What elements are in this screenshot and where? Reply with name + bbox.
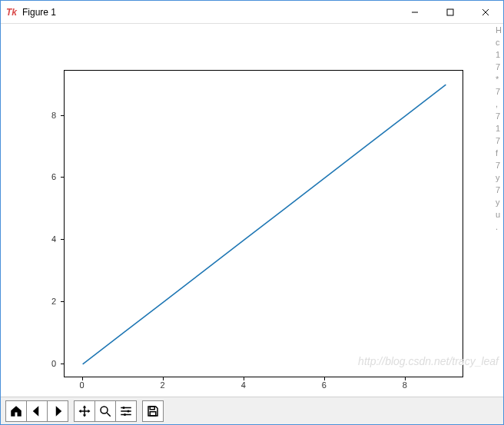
svg-point-4 <box>101 407 108 413</box>
close-button[interactable] <box>468 1 503 24</box>
nav-toolbar <box>1 397 503 424</box>
tk-icon: Tk <box>5 6 18 18</box>
cropped-right-text: Hc17*7,717f7y7yu. <box>496 24 503 233</box>
back-button[interactable] <box>26 400 48 422</box>
minimize-button[interactable] <box>397 1 433 24</box>
xtick-label: 2 <box>161 380 165 390</box>
xtick-label: 6 <box>322 380 327 390</box>
ytick-label: 0 <box>51 359 56 368</box>
ytick-label: 4 <box>51 234 56 244</box>
ytick-label: 2 <box>51 297 56 306</box>
titlebar: Tk Figure 1 <box>1 1 503 24</box>
home-button[interactable] <box>5 400 27 422</box>
figure-window: Tk Figure 1 0246802468 http://blog.csdn.… <box>0 0 504 425</box>
xtick-label: 8 <box>403 380 407 390</box>
svg-point-7 <box>123 407 125 409</box>
xtick-label: 4 <box>241 380 246 390</box>
axes <box>64 70 463 377</box>
svg-point-11 <box>124 413 126 416</box>
zoom-button[interactable] <box>94 400 116 422</box>
xtick-label: 0 <box>80 380 85 390</box>
svg-point-9 <box>128 410 130 412</box>
ytick-label: 8 <box>51 111 56 120</box>
svg-line-5 <box>107 413 111 417</box>
pan-button[interactable] <box>74 400 95 422</box>
ytick-label: 6 <box>51 172 56 181</box>
save-button[interactable] <box>142 400 164 422</box>
svg-rect-1 <box>447 9 453 15</box>
window-title: Figure 1 <box>22 7 56 18</box>
configure-button[interactable] <box>115 400 137 422</box>
plot-canvas[interactable]: 0246802468 http://blog.csdn.net/tracy_le… <box>1 24 503 397</box>
forward-button[interactable] <box>47 400 68 422</box>
svg-rect-13 <box>150 411 156 415</box>
svg-rect-12 <box>150 407 154 410</box>
maximize-button[interactable] <box>433 1 468 24</box>
line-plot <box>65 71 464 378</box>
